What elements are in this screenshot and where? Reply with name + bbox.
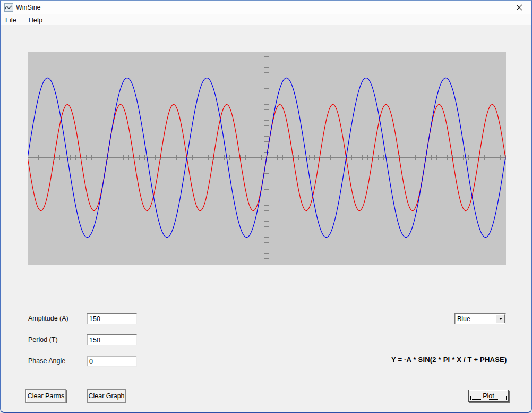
formula-text: Y = -A * SIN(2 * PI * X / T + PHASE) [391,356,507,364]
amplitude-input[interactable] [87,313,137,324]
chevron-down-icon [499,318,502,320]
close-button[interactable] [507,1,531,14]
phase-angle-input[interactable] [87,356,137,367]
sine-glyph [5,5,12,10]
close-icon [516,4,522,11]
app-sine-icon [4,3,13,12]
sine-plot-canvas[interactable] [28,52,506,265]
clear-graph-button[interactable]: Clear Graph [87,389,126,403]
color-dropdown-value: Blue [455,315,496,323]
color-dropdown-button[interactable] [496,314,505,323]
client-area: Amplitude (A) Period (T) Phase Angle Blu… [1,25,531,412]
winsine-window: WinSine File Help Amplitude (A) Period (… [0,0,532,413]
window-title: WinSine [16,4,41,11]
plot-button-focus-rect: Plot [470,392,507,400]
menu-help[interactable]: Help [23,14,47,26]
clear-parms-button[interactable]: Clear Parms [25,389,66,403]
period-label: Period (T) [28,336,58,343]
period-input[interactable] [87,334,137,345]
amplitude-label: Amplitude (A) [28,315,68,322]
menu-bar: File Help [1,14,531,25]
plot-button-label: Plot [483,392,494,400]
menu-file[interactable]: File [1,14,21,26]
phase-angle-label: Phase Angle [28,357,65,365]
color-dropdown[interactable]: Blue [454,313,506,324]
title-bar[interactable]: WinSine [1,1,531,14]
plot-button[interactable]: Plot [468,390,509,402]
